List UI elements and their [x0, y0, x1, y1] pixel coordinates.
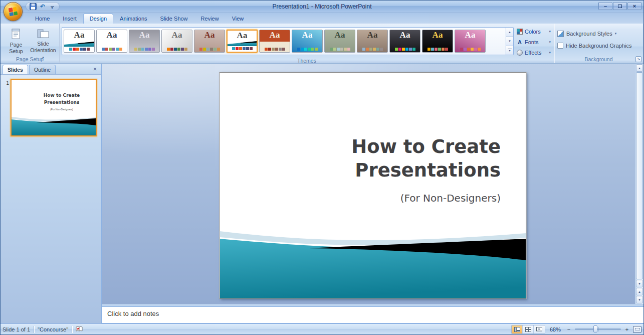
tab-design[interactable]: Design	[83, 14, 113, 24]
tab-slides[interactable]: Slides	[3, 65, 28, 74]
theme-colors-button[interactable]: Colors ▾	[516, 27, 552, 36]
theme-metro[interactable]: Aa	[389, 30, 420, 53]
pane-tabs: Slides Outline ×	[1, 64, 101, 75]
slide-show-view-button[interactable]	[534, 325, 545, 333]
theme-color-swatches	[292, 48, 322, 51]
theme-sample-text: Aa	[325, 31, 355, 40]
page-setup-button[interactable]: Page Setup	[3, 26, 30, 56]
slides-outline-pane: Slides Outline × 1 How to Create Present…	[1, 64, 102, 323]
scrollbar-thumb[interactable]	[636, 72, 643, 279]
hide-background-graphics-label: Hide Background Graphics	[566, 43, 631, 49]
slide-sorter-view-button[interactable]	[523, 325, 534, 333]
window-title: Presentation1 - Microsoft PowerPoint	[1, 3, 643, 10]
spell-check-icon	[76, 326, 83, 332]
zoom-out-button[interactable]: −	[565, 326, 572, 333]
background-styles-label: Background Styles	[566, 31, 612, 37]
previous-slide-button[interactable]: ▲	[636, 288, 643, 295]
fonts-icon: A	[517, 39, 523, 45]
office-button[interactable]	[4, 2, 23, 21]
background-dialog-launcher[interactable]: ↘	[635, 56, 641, 62]
page-setup-label-line1: Page	[10, 42, 23, 48]
slide-thumbnail[interactable]: How to Create Presentations (For Non-Des…	[11, 79, 97, 136]
title-bar[interactable]: ↶ ▾ Presentation1 - Microsoft PowerPoint…	[1, 1, 643, 13]
tab-review[interactable]: Review	[194, 14, 226, 24]
background-styles-button[interactable]: Background Styles ▾	[557, 29, 640, 38]
gallery-scroll-down-button[interactable]: ▼	[506, 37, 513, 46]
theme-fonts-button[interactable]: A Fonts ▾	[516, 38, 552, 47]
normal-view-icon	[514, 327, 520, 332]
maximize-button[interactable]	[613, 2, 627, 10]
theme-module[interactable]: Aa	[422, 30, 453, 53]
scroll-down-button[interactable]: ▼	[636, 280, 643, 287]
close-button[interactable]: ×	[627, 2, 641, 10]
slide-number: 1	[2, 79, 9, 136]
slide-orientation-button[interactable]: Slide Orientation ▾	[30, 26, 57, 56]
normal-view-button[interactable]	[512, 325, 523, 333]
theme-name[interactable]: "Concourse"	[38, 326, 68, 332]
tab-home[interactable]: Home	[29, 14, 56, 24]
theme-effects-button[interactable]: Effects ▾	[516, 48, 552, 57]
launcher-arrow-icon: ↘	[637, 57, 640, 61]
tab-slide-show[interactable]: Slide Show	[154, 14, 194, 24]
thumbnail-swoosh-graphic	[12, 115, 96, 135]
slide-show-icon	[536, 327, 542, 332]
scroll-up-button[interactable]: ▲	[636, 64, 643, 72]
zoom-slider-thumb[interactable]	[593, 325, 597, 332]
minimize-button[interactable]: –	[598, 2, 612, 10]
theme-concourse[interactable]: Aa	[227, 30, 258, 53]
theme-office[interactable]: Aa	[96, 30, 127, 53]
maximize-icon	[618, 5, 622, 8]
theme-opulent[interactable]: Aa	[455, 30, 486, 53]
next-slide-button[interactable]: ▼	[636, 296, 643, 303]
slide-title-text[interactable]: How to Create Presentations	[333, 135, 501, 183]
slide-thumbnail-row: 1 How to Create Presentations (For Non-D…	[1, 75, 101, 136]
slide-canvas[interactable]: How to Create Presentations (For Non-Des…	[219, 72, 526, 299]
theme-flow[interactable]: Aa	[292, 30, 323, 53]
theme-color-swatches	[194, 48, 225, 51]
up-arrow-icon: ▲	[508, 31, 511, 34]
theme-civic[interactable]: Aa	[194, 30, 225, 53]
gallery-scroll-up-button[interactable]: ▲	[506, 28, 513, 37]
theme-sample-text: Aa	[194, 31, 225, 40]
chevron-down-icon: ▾	[549, 40, 551, 44]
tab-view[interactable]: View	[226, 14, 251, 24]
tab-outline[interactable]: Outline	[29, 65, 56, 74]
theme-apex[interactable]: Aa	[129, 30, 160, 53]
theme-sample-text: Aa	[292, 31, 322, 40]
plus-icon: +	[625, 326, 628, 332]
theme-aspect[interactable]: Aa	[161, 30, 192, 53]
slide-subtitle-text[interactable]: (For Non-Designers)	[400, 192, 501, 204]
theme-concourse-current[interactable]: Aa	[64, 30, 95, 53]
zoom-in-button[interactable]: +	[623, 326, 630, 333]
slide-sorter-icon	[525, 327, 531, 332]
down-arrow-icon: ▼	[638, 282, 641, 285]
background-styles-icon	[557, 31, 564, 37]
zoom-level[interactable]: 68%	[548, 326, 563, 332]
tab-animations[interactable]: Animations	[113, 14, 153, 24]
themes-group-label: Themes	[60, 57, 554, 64]
background-group: Background Styles ▾ Hide Background Grap…	[554, 24, 643, 63]
theme-color-swatches	[390, 48, 420, 51]
theme-color-swatches	[129, 48, 159, 51]
theme-sample-text: Aa	[162, 31, 192, 40]
page-setup-icon	[10, 28, 23, 41]
gallery-more-button[interactable]: ▾	[506, 46, 513, 55]
zoom-slider[interactable]	[575, 328, 621, 330]
hide-background-graphics-checkbox[interactable]	[557, 43, 563, 49]
theme-foundry[interactable]: Aa	[324, 30, 355, 53]
chevron-down-icon: ▾	[509, 50, 510, 52]
spell-check-button[interactable]	[76, 326, 83, 333]
tab-insert[interactable]: Insert	[56, 14, 83, 24]
slide-indicator[interactable]: Slide 1 of 1	[3, 326, 30, 332]
theme-equity[interactable]: Aa	[259, 30, 290, 53]
close-pane-button[interactable]: ×	[91, 66, 99, 74]
fit-slide-to-window-button[interactable]	[633, 326, 641, 333]
theme-sample-text: Aa	[129, 31, 159, 40]
slide-editor-area[interactable]: How to Create Presentations (For Non-Des…	[102, 64, 643, 304]
theme-median[interactable]: Aa	[357, 30, 388, 53]
notes-placeholder[interactable]: Click to add notes	[102, 307, 643, 320]
notes-pane[interactable]: Click to add notes	[102, 306, 643, 323]
theme-color-swatches	[357, 48, 387, 51]
page-setup-group: Page Setup Slide Orientation ▾ Page Setu…	[1, 24, 60, 63]
theme-sample-text: Aa	[64, 31, 94, 40]
